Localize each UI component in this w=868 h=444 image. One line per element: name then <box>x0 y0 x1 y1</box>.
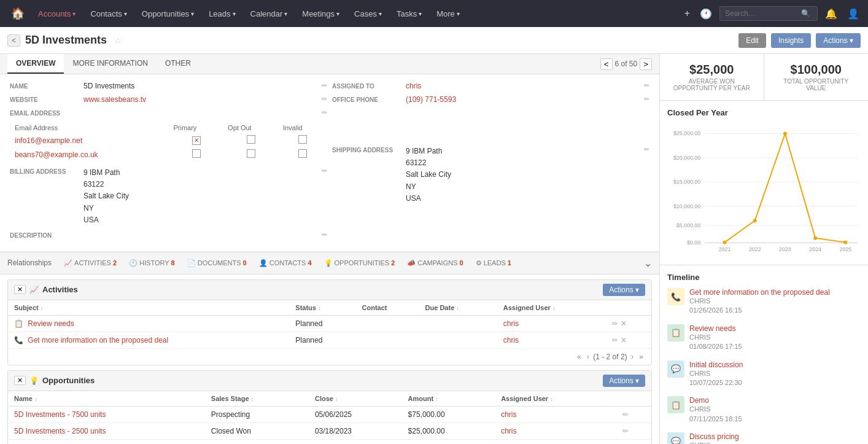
actions-button[interactable]: Actions ▾ <box>816 33 861 48</box>
user-avatar[interactable]: 👤 <box>845 6 862 22</box>
bell-icon[interactable]: 🔔 <box>823 6 840 22</box>
nav-cases[interactable]: Cases ▾ <box>348 7 388 21</box>
activity-edit-1[interactable]: ✏ <box>612 319 618 328</box>
nav-tasks[interactable]: Tasks ▾ <box>390 7 428 21</box>
favorite-star-icon[interactable]: ☆ <box>114 36 122 45</box>
rel-tab-leads[interactable]: ⚙ LEADS 1 <box>471 257 516 269</box>
opp-close-col-header[interactable]: Close ↕ <box>309 391 402 407</box>
name-edit-icon[interactable]: ✏ <box>322 82 327 90</box>
timeline-link-2[interactable]: Review needs <box>689 324 861 333</box>
optout-checkbox-2[interactable] <box>247 149 255 158</box>
activity-delete-1[interactable]: ✕ <box>621 319 627 328</box>
search-box[interactable]: 🔍 <box>719 6 818 21</box>
tab-other[interactable]: OTHER <box>157 54 200 74</box>
rel-tab-documents[interactable]: 📄 DOCUMENTS 0 <box>182 257 252 269</box>
assigned-user-col-header[interactable]: Assigned User ↕ <box>497 300 606 316</box>
shipping-edit-icon[interactable]: ✏ <box>644 146 649 154</box>
status-col-header[interactable]: Status ↕ <box>289 300 355 316</box>
website-value[interactable]: www.salesbeans.tv <box>83 95 319 104</box>
subject-col-header[interactable]: Subject ↕ <box>8 300 289 316</box>
history-button[interactable]: 🕐 <box>697 6 715 22</box>
opp-amount-col-header[interactable]: Amount ↕ <box>402 391 495 407</box>
timeline-icon-1: 📞 <box>667 288 684 305</box>
opp-name-1[interactable]: 5D Investments - 7500 units <box>14 410 106 419</box>
nav-more[interactable]: More ▾ <box>430 7 466 21</box>
timeline-link-1[interactable]: Get more information on the proposed dea… <box>689 288 861 297</box>
activity-edit-2[interactable]: ✏ <box>612 336 618 345</box>
won-value: $25,000 <box>670 63 754 77</box>
opp-edit-1[interactable]: ✏ <box>622 410 629 419</box>
add-button[interactable]: + <box>682 6 692 21</box>
phone-edit-icon[interactable]: ✏ <box>644 95 649 103</box>
assigned-label: ASSIGNED TO <box>332 82 406 90</box>
tab-next-button[interactable]: > <box>640 58 652 70</box>
right-fields: ASSIGNED TO chris ✏ OFFICE PHONE (109) 7… <box>332 82 649 244</box>
invalid-checkbox-1[interactable] <box>298 135 307 144</box>
rel-tab-history[interactable]: 🕐 HISTORY 8 <box>124 257 180 269</box>
rel-more-button[interactable]: ⌄ <box>644 257 652 269</box>
search-input[interactable] <box>725 9 799 18</box>
primary-checkbox-2[interactable] <box>192 149 201 158</box>
rel-tab-contacts[interactable]: 👤 CONTACTS 4 <box>254 257 317 269</box>
opportunities-close-button[interactable]: ✕ <box>14 376 26 385</box>
activity-delete-2[interactable]: ✕ <box>621 336 627 345</box>
opp-user-col-header[interactable]: Assigned User ↕ <box>495 391 616 407</box>
insights-button[interactable]: Insights <box>771 33 811 48</box>
assigned-edit-icon[interactable]: ✏ <box>644 82 649 90</box>
opp-name-2[interactable]: 5D Investments - 2500 units <box>14 427 106 435</box>
rel-tab-activities[interactable]: 📈 ACTIVITIES 2 <box>59 257 122 269</box>
activities-prev-page[interactable]: ‹ <box>585 352 591 361</box>
opp-edit-2[interactable]: ✏ <box>622 427 629 435</box>
activity-subject-1: 📋 Review needs <box>8 315 289 332</box>
phone-value[interactable]: (109) 771-5593 <box>406 95 641 104</box>
nav-opportunities[interactable]: Opportunities ▾ <box>136 7 200 21</box>
website-edit-icon[interactable]: ✏ <box>322 95 327 103</box>
optout-checkbox-1[interactable] <box>247 135 255 144</box>
billing-edit-icon[interactable]: ✏ <box>322 167 327 175</box>
email-address-1[interactable]: info16@example.net <box>15 136 82 145</box>
activities-close-button[interactable]: ✕ <box>14 285 26 294</box>
rel-tab-campaigns[interactable]: 📣 CAMPAIGNS 0 <box>402 257 468 269</box>
opp-stage-col-header[interactable]: Sales Stage ↕ <box>205 391 309 407</box>
svg-text:$10,000.00: $10,000.00 <box>673 203 700 209</box>
left-fields: NAME 5D Investments ✏ WEBSITE www.salesb… <box>10 82 327 244</box>
stats-section: $25,000 AVERAGE WON OPPORTUNITY PER YEAR… <box>660 54 868 101</box>
timeline-link-5[interactable]: Discuss pricing <box>689 432 861 441</box>
name-label: NAME <box>10 82 83 90</box>
nav-accounts[interactable]: Accounts ▾ <box>32 7 82 21</box>
home-button[interactable]: 🏠 <box>6 4 29 23</box>
edit-button[interactable]: Edit <box>738 33 766 48</box>
timeline-link-3[interactable]: Initial discussion <box>689 360 861 369</box>
nav-calendar[interactable]: Calendar ▾ <box>244 7 294 21</box>
tab-overview[interactable]: OVERVIEW <box>7 54 64 74</box>
contact-col-header[interactable]: Contact <box>356 300 419 316</box>
timeline-link-4[interactable]: Demo <box>689 396 861 405</box>
nav-leads[interactable]: Leads ▾ <box>203 7 241 21</box>
opp-user-1[interactable]: chris <box>501 410 516 419</box>
nav-meetings[interactable]: Meetings ▾ <box>296 7 346 21</box>
description-edit-icon[interactable]: ✏ <box>322 231 327 239</box>
svg-text:$20,000.00: $20,000.00 <box>673 155 700 161</box>
due-date-col-header[interactable]: Due Date ↕ <box>419 300 497 316</box>
email-edit-icon[interactable]: ✏ <box>322 109 327 117</box>
activities-actions-button[interactable]: Actions ▾ <box>603 284 645 296</box>
assigned-value[interactable]: chris <box>406 82 641 90</box>
opp-name-col-header[interactable]: Name ↕ <box>8 391 205 407</box>
primary-checkbox-1[interactable]: ✕ <box>192 136 201 145</box>
timeline-item-1: 📞 Get more information on the proposed d… <box>667 288 861 316</box>
opportunities-actions-button[interactable]: Actions ▾ <box>603 375 645 387</box>
rel-tab-opportunities[interactable]: 💡 OPPORTUNITIES 2 <box>319 257 400 269</box>
invalid-checkbox-2[interactable] <box>298 149 307 158</box>
activities-last-page[interactable]: » <box>637 352 645 361</box>
tab-more-information[interactable]: MORE INFORMATION <box>64 54 156 74</box>
activity-subject-link-2[interactable]: Get more information on the proposed dea… <box>28 336 168 345</box>
opp-user-2[interactable]: chris <box>501 427 516 435</box>
activities-header: ✕ 📈 Activities Actions ▾ <box>8 280 651 300</box>
activities-first-page[interactable]: « <box>575 352 583 361</box>
tab-prev-button[interactable]: < <box>600 58 613 70</box>
email-address-2[interactable]: beans70@example.co.uk <box>15 150 98 159</box>
activity-subject-link-1[interactable]: Review needs <box>28 319 74 328</box>
nav-contacts[interactable]: Contacts ▾ <box>84 7 133 21</box>
activities-next-page[interactable]: › <box>629 352 635 361</box>
back-button[interactable]: < <box>7 34 20 47</box>
